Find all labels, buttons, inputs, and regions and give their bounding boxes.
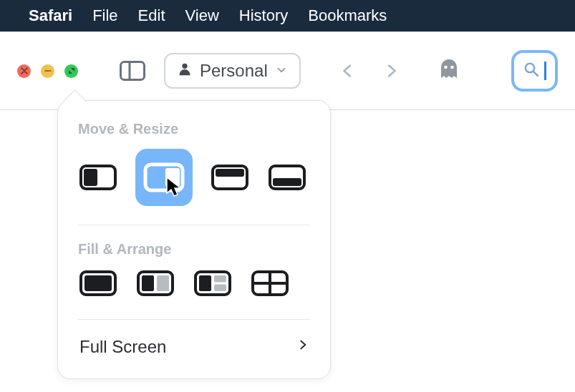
svg-rect-21: [199, 275, 211, 291]
menubar-app-name[interactable]: Safari: [29, 6, 72, 25]
svg-rect-22: [214, 275, 226, 283]
navigation-arrows: [334, 57, 405, 85]
section-heading-fill-arrange: Fill & Arrange: [78, 241, 310, 258]
svg-point-4: [450, 66, 454, 69]
extension-ghost-icon[interactable]: [438, 58, 460, 84]
sidebar-toggle-button[interactable]: [118, 57, 147, 85]
close-window-button[interactable]: [17, 64, 31, 78]
menubar-item-view[interactable]: View: [185, 6, 219, 25]
svg-point-2: [182, 64, 187, 69]
profile-selector[interactable]: Personal: [164, 53, 301, 89]
chevron-right-icon: [297, 337, 309, 357]
svg-rect-16: [84, 275, 112, 291]
menubar-item-history[interactable]: History: [239, 6, 288, 25]
svg-rect-8: [84, 169, 97, 186]
svg-point-3: [444, 66, 448, 69]
menubar-item-edit[interactable]: Edit: [138, 6, 165, 25]
back-button[interactable]: [334, 57, 362, 85]
svg-rect-0: [121, 62, 145, 80]
window-traffic-lights: [17, 64, 78, 78]
person-icon: [177, 61, 193, 81]
forward-button[interactable]: [377, 57, 405, 85]
arrange-grid-button[interactable]: [250, 269, 290, 298]
safari-toolbar: Personal: [0, 31, 575, 110]
profile-label: Personal: [200, 61, 268, 81]
tile-left-half-button[interactable]: [78, 163, 118, 192]
svg-line-6: [533, 72, 538, 76]
svg-rect-12: [216, 169, 244, 177]
svg-rect-18: [142, 275, 154, 291]
arrange-three-up-button[interactable]: [193, 269, 233, 298]
tile-bottom-half-button[interactable]: [267, 163, 307, 192]
svg-rect-14: [273, 178, 301, 186]
address-search-field[interactable]: [511, 50, 558, 92]
macos-menubar: Safari File Edit View History Bookmarks: [0, 0, 575, 31]
arrange-fill-button[interactable]: [78, 269, 118, 298]
tile-right-half-button[interactable]: [135, 149, 193, 206]
minimize-window-button[interactable]: [41, 64, 54, 78]
text-caret: [544, 62, 546, 80]
section-heading-move-resize: Move & Resize: [78, 121, 310, 137]
full-screen-row[interactable]: Full Screen: [78, 333, 310, 366]
menubar-item-file[interactable]: File: [92, 6, 117, 25]
search-icon: [523, 61, 540, 81]
fill-arrange-options-row: [78, 269, 310, 320]
window-tiling-popover: Move & Resize Fill & Arrange: [57, 100, 331, 379]
svg-rect-23: [214, 285, 226, 292]
zoom-window-button[interactable]: [64, 64, 78, 78]
arrange-two-up-button[interactable]: [135, 269, 175, 298]
tile-top-half-button[interactable]: [210, 163, 250, 192]
move-resize-options-row: [78, 149, 310, 225]
svg-rect-19: [157, 275, 169, 291]
chevron-down-icon: [275, 61, 288, 81]
mouse-cursor-icon: [165, 176, 184, 197]
full-screen-label: Full Screen: [79, 337, 166, 357]
menubar-item-bookmarks[interactable]: Bookmarks: [308, 6, 387, 25]
